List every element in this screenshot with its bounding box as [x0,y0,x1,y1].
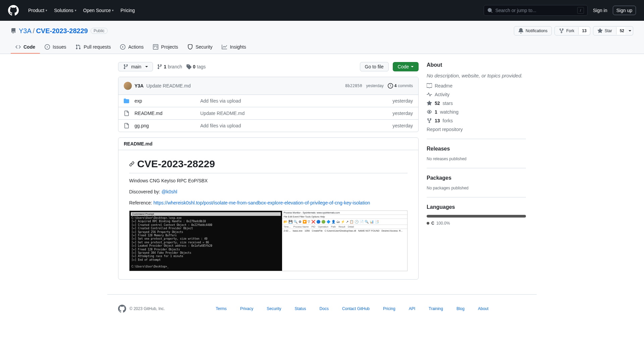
footer-link-terms[interactable]: Terms [216,306,227,311]
actions-icon [120,44,125,50]
path-separator: / [33,27,35,35]
footer-link-security[interactable]: Security [267,306,281,311]
discoverer-link[interactable]: @k0shl [161,189,177,194]
signin-link[interactable]: Sign in [593,8,607,13]
tag-icon [186,64,192,69]
go-to-file-button[interactable]: Go to file [360,62,389,71]
fork-count[interactable]: 13 [578,27,590,35]
tags-link[interactable]: 0 tags [186,64,206,69]
pulse-icon [427,92,432,97]
tab-insights[interactable]: Insights [217,41,251,54]
file-icon [124,111,129,116]
file-row: gg.png Add files via upload yesterday [118,120,418,132]
tab-security[interactable]: Security [183,41,217,54]
star-icon [597,28,603,34]
file-name-link[interactable]: README.md [135,111,195,116]
tab-issues[interactable]: Issues [40,41,71,54]
footer-link-about[interactable]: About [478,306,488,311]
latest-commit-row: Y3A Update README.md 8b22850 yesterday 4… [118,77,418,95]
files-box: Y3A Update README.md 8b22850 yesterday 4… [118,77,419,132]
branch-icon [123,64,128,69]
bell-icon [518,28,524,34]
footer-link-blog[interactable]: Blog [457,306,465,311]
file-commit-link[interactable]: Add files via upload [200,123,387,128]
global-header: Product▾Solutions▾Open Source▾Pricing Se… [0,0,644,21]
search-input[interactable]: Search or jump to... / [484,5,588,16]
file-name-link[interactable]: exp [135,98,195,104]
file-commit-link[interactable]: Update README.md [200,111,387,116]
projects-icon [153,44,158,50]
owner-link[interactable]: Y3A [19,27,32,35]
fork-button[interactable]: Fork 13 [554,26,590,36]
packages-title[interactable]: Packages [427,175,526,181]
author-avatar[interactable] [124,82,132,90]
file-date: yesterday [392,98,413,104]
code-download-button[interactable]: Code [393,62,419,71]
footer-link-contact-github[interactable]: Contact GitHub [342,306,370,311]
tab-actions[interactable]: Actions [115,41,148,54]
about-section: About No description, website, or topics… [427,62,526,139]
report-link[interactable]: Report repository [427,127,526,132]
code-icon [15,44,21,50]
pull requests-icon [75,44,81,50]
star-dropdown-button[interactable] [625,26,633,36]
file-name-link[interactable]: gg.png [135,123,195,128]
releases-empty: No releases published [427,157,526,161]
activity-link[interactable]: Activity [427,92,526,97]
nav-product[interactable]: Product▾ [25,5,51,16]
about-title: About [427,62,526,68]
notifications-button[interactable]: Notifications [514,26,552,36]
stars-link[interactable]: 52 stars [427,101,526,106]
star-button[interactable]: Star 52 [593,26,628,36]
book-icon [427,83,432,88]
readme-line3: Reference: https://whereisk0shl.top/post… [129,199,408,206]
github-logo-icon[interactable] [118,305,126,313]
branch-select-button[interactable]: main [118,62,153,71]
branches-link[interactable]: 1 branch [157,64,182,69]
forks-link[interactable]: 13 forks [427,118,526,123]
footer-link-training[interactable]: Training [429,306,443,311]
packages-section: Packages No packages published [427,175,526,197]
footer-link-docs[interactable]: Docs [320,306,329,311]
reference-link[interactable]: https://whereisk0shl.top/post/isolate-me… [153,200,370,205]
language-item[interactable]: C 100.0% [427,221,526,226]
history-icon [388,83,393,88]
github-logo-icon[interactable] [8,5,19,16]
nav-solutions[interactable]: Solutions▾ [51,5,80,16]
signup-button[interactable]: Sign up [613,6,636,15]
readme-image[interactable]: Command Prompt C:\Users\User\Desktop>.\e… [129,210,408,271]
chevron-down-icon: ▾ [75,9,76,12]
language-bar[interactable] [427,215,526,218]
languages-section: Languages C 100.0% [427,204,526,226]
file-commit-link[interactable]: Add files via upload [200,98,387,104]
issues-icon [45,44,50,50]
tab-projects[interactable]: Projects [148,41,183,54]
commit-message-link[interactable]: Update README.md [146,83,191,88]
readme-line1: Windows CNG KeyIso RPC EoP/SBX [129,177,408,184]
footer-link-pricing[interactable]: Pricing [383,306,395,311]
tab-pull-requests[interactable]: Pull requests [71,41,115,54]
footer-link-status[interactable]: Status [295,306,306,311]
commit-author-link[interactable]: Y3A [135,83,144,88]
releases-title[interactable]: Releases [427,146,526,152]
link-icon[interactable] [129,161,135,167]
nav-open-source[interactable]: Open Source▾ [80,5,117,16]
about-description: No description, website, or topics provi… [427,73,526,78]
repo-icon [11,28,16,34]
readme-link[interactable]: Readme [427,83,526,88]
footer-link-api[interactable]: API [409,306,415,311]
commit-sha-link[interactable]: 8b22850 [345,83,362,88]
repo-header: Y3A / CVE-2023-28229 Public Notification… [0,21,644,54]
watching-link[interactable]: 1 watching [427,109,526,115]
nav-pricing[interactable]: Pricing [117,5,138,16]
commits-link[interactable]: 4 commits [388,83,413,88]
file-icon [124,123,129,128]
chevron-down-icon: ▾ [46,9,47,12]
tab-code[interactable]: Code [11,41,40,54]
readme-filename[interactable]: README.md [118,138,418,150]
security-icon [187,44,193,50]
footer-link-privacy[interactable]: Privacy [240,306,253,311]
repo-name-link[interactable]: CVE-2023-28229 [36,27,88,35]
readme-line2: Discovered by: @k0shl [129,188,408,195]
chevron-down-icon: ▾ [112,9,114,12]
